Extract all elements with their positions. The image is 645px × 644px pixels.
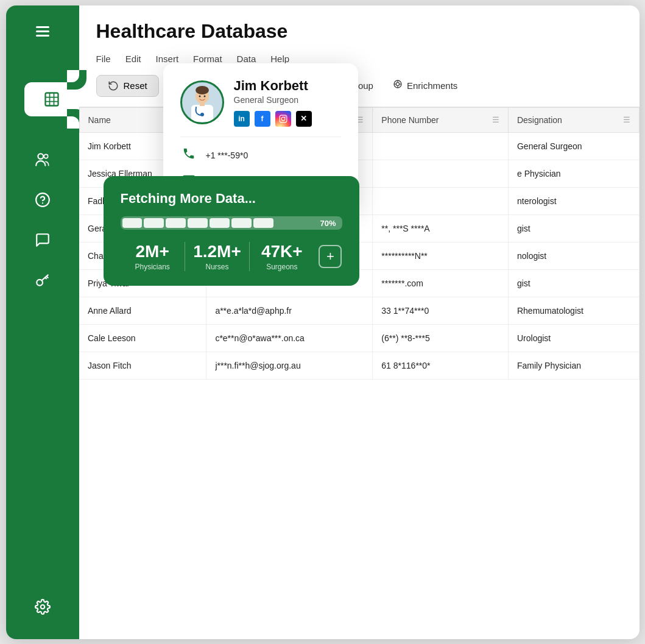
menu-edit[interactable]: Edit: [125, 52, 141, 65]
svg-point-34: [281, 117, 285, 121]
chat-icon: [35, 232, 51, 248]
svg-rect-33: [280, 115, 287, 122]
popup-job-title: General Surgeon: [234, 95, 312, 105]
enrichments-button[interactable]: Enrichments: [388, 76, 462, 96]
stat-physicians-label: Physicians: [121, 263, 185, 271]
settings-icon: [35, 599, 51, 615]
cell-phone: **********N**: [373, 242, 509, 269]
popup-phone-row: +1 ***-59*0: [180, 142, 341, 169]
svg-point-29: [196, 86, 209, 94]
facebook-icon[interactable]: f: [255, 111, 270, 127]
svg-point-20: [396, 82, 399, 85]
phone-icon: [180, 147, 197, 164]
cell-email: j***n.fi**h@sjog.org.au: [206, 352, 373, 379]
cell-name: Jason Fitch: [79, 352, 206, 379]
cell-designation: gist: [508, 269, 639, 297]
svg-point-32: [200, 113, 204, 116]
svg-rect-2: [36, 35, 49, 37]
svg-rect-1: [36, 30, 49, 32]
popup-divider: [180, 136, 341, 137]
cell-designation: nterologist: [508, 187, 639, 214]
menu-file[interactable]: File: [96, 52, 111, 65]
cell-email: a**e.a*la*d@aphp.fr: [206, 297, 373, 324]
stat-nurses: 1.2M+ Nurses: [185, 242, 249, 271]
help-icon: [35, 192, 51, 208]
sidebar-item-chat[interactable]: [6, 222, 79, 258]
table-row: Jason Fitchj***n.fi**h@sjog.org.au61 8*1…: [79, 352, 639, 379]
table-row: Anne Allarda**e.a*la*d@aphp.fr33 1**74**…: [79, 297, 639, 324]
enrichments-icon: [393, 79, 403, 92]
svg-rect-3: [45, 93, 58, 105]
popup-socials: in f ✕: [234, 111, 312, 127]
sidebar-item-settings[interactable]: [6, 589, 79, 627]
cell-name: Cale Leeson: [79, 324, 206, 352]
add-more-button[interactable]: +: [319, 245, 342, 268]
svg-point-9: [44, 154, 48, 158]
stat-surgeons: 47K+ Surgeons: [250, 242, 314, 271]
stat-physicians: 2M+ Physicians: [121, 242, 185, 271]
stat-nurses-label: Nurses: [185, 263, 249, 271]
svg-point-13: [40, 604, 44, 609]
reset-label: Reset: [124, 80, 147, 91]
linkedin-icon[interactable]: in: [234, 111, 250, 127]
cell-phone: [373, 160, 509, 187]
progress-bar: 70%: [121, 216, 342, 230]
cell-designation: Family Physician: [508, 352, 639, 379]
col-header-designation[interactable]: Designation ☰: [508, 107, 639, 132]
cell-phone: (6**) **8-***5: [373, 324, 509, 352]
menu-icon[interactable]: [6, 18, 79, 46]
cell-designation: Urologist: [508, 324, 639, 352]
cell-designation: General Surgeon: [508, 132, 639, 160]
people-icon: [35, 152, 51, 168]
table-row: Cale Leesonc*e**n@o*awa***.on.ca(6**) **…: [79, 324, 639, 352]
key-icon: [35, 272, 51, 288]
avatar: [180, 80, 224, 124]
stat-surgeons-number: 47K+: [250, 242, 314, 261]
popup-info: Jim Korbett General Surgeon in f ✕: [234, 78, 312, 127]
stat-nurses-number: 1.2M+: [185, 242, 249, 261]
stat-physicians-number: 2M+: [121, 242, 185, 261]
cell-phone: *******.com: [373, 269, 509, 297]
popup-name: Jim Korbett: [234, 78, 312, 94]
fetching-data-card: Fetching More Data... 70% 2M+ Physicians…: [104, 176, 359, 286]
cell-phone: 33 1**74***0: [373, 297, 509, 324]
sidebar-item-people[interactable]: [6, 142, 79, 177]
cell-designation: Rhemumatologist: [508, 297, 639, 324]
svg-point-30: [199, 95, 200, 97]
page-title: Healthcare Database: [96, 20, 622, 43]
cell-phone: [373, 132, 509, 160]
svg-point-8: [38, 154, 43, 159]
cell-phone: 61 8*116**0*: [373, 352, 509, 379]
cell-name: Anne Allard: [79, 297, 206, 324]
col-menu-icon-designation[interactable]: ☰: [623, 115, 630, 124]
sidebar-item-key[interactable]: [6, 263, 79, 298]
sidebar: [6, 5, 79, 639]
popup-phone: +1 ***-59*0: [206, 150, 248, 160]
popup-profile: Jim Korbett General Surgeon in f ✕: [180, 78, 341, 127]
x-icon[interactable]: ✕: [296, 111, 312, 127]
svg-point-11: [41, 202, 43, 203]
col-header-phone[interactable]: Phone Number ☰: [373, 107, 509, 132]
cell-designation: e Physician: [508, 160, 639, 187]
spreadsheet-icon: [43, 91, 60, 108]
stat-surgeons-label: Surgeons: [250, 263, 314, 271]
svg-point-31: [203, 95, 205, 97]
progress-percent: 70%: [320, 218, 336, 227]
enrichments-label: Enrichments: [407, 80, 457, 91]
fetching-title: Fetching More Data...: [121, 191, 342, 207]
stats-row: 2M+ Physicians 1.2M+ Nurses 47K+ Surgeon…: [121, 242, 342, 271]
cell-designation: gist: [508, 214, 639, 242]
reset-button[interactable]: Reset: [96, 75, 159, 97]
svg-rect-0: [36, 26, 49, 28]
col-menu-icon-phone[interactable]: ☰: [492, 115, 499, 124]
sidebar-item-sheets[interactable]: [24, 82, 79, 116]
svg-point-35: [284, 116, 286, 117]
sidebar-item-help[interactable]: [6, 182, 79, 218]
instagram-icon[interactable]: [275, 111, 291, 127]
cell-email: c*e**n@o*awa***.on.ca: [206, 324, 373, 352]
progress-fill: [121, 216, 276, 230]
cell-designation: nologist: [508, 242, 639, 269]
cell-phone: **, ***S ****A: [373, 214, 509, 242]
cell-phone: [373, 187, 509, 214]
reset-icon: [108, 80, 119, 91]
